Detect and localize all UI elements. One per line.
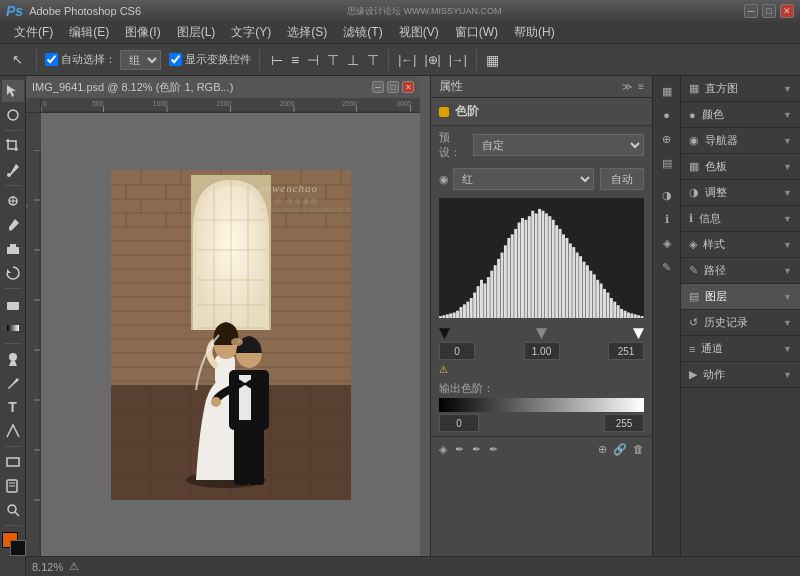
link-btn[interactable]: 🔗: [613, 443, 627, 456]
svg-rect-138: [528, 216, 531, 318]
rpi-layers[interactable]: ▤ 图层 ▼: [681, 284, 800, 310]
rpi-info[interactable]: ℹ 信息 ▼: [681, 206, 800, 232]
move-tool-btn[interactable]: ↖: [6, 50, 29, 69]
svg-rect-6: [7, 325, 19, 331]
gradient-tool[interactable]: [2, 317, 24, 339]
menu-image[interactable]: 图像(I): [117, 22, 168, 43]
menu-text[interactable]: 文字(Y): [223, 22, 279, 43]
menu-help[interactable]: 帮助(H): [506, 22, 563, 43]
menu-filter[interactable]: 滤镜(T): [335, 22, 390, 43]
background-color[interactable]: [10, 540, 26, 556]
distribute-right-btn[interactable]: |→|: [446, 52, 470, 68]
main-area: T IMG_9641.psd @ 8.12% (色阶 1, RGB...): [0, 76, 800, 576]
align-bottom-btn[interactable]: ⊤: [364, 51, 382, 69]
rectangle-tool[interactable]: [2, 451, 24, 473]
menu-layer[interactable]: 图层(L): [169, 22, 224, 43]
align-center-v-btn[interactable]: ⊥: [344, 51, 362, 69]
clone-stamp-tool[interactable]: [2, 238, 24, 260]
history-brush-tool[interactable]: [2, 262, 24, 284]
path-select-tool[interactable]: [2, 420, 24, 442]
status-icon: ⚠: [69, 560, 79, 573]
rpi-history[interactable]: ↺ 历史记录 ▼: [681, 310, 800, 336]
rpi-paths[interactable]: ✎ 路径 ▼: [681, 258, 800, 284]
distribute-center-btn[interactable]: |⊕|: [421, 52, 443, 68]
align-top-btn[interactable]: ⊤: [324, 51, 342, 69]
menu-select[interactable]: 选择(S): [279, 22, 335, 43]
styles-side-icon[interactable]: ◈: [656, 232, 678, 254]
auto-select-check[interactable]: [45, 53, 58, 66]
histogram-side-icon[interactable]: ▦: [656, 80, 678, 102]
dodge-tool[interactable]: [2, 348, 24, 370]
text-tool[interactable]: T: [2, 396, 24, 418]
input-black-value[interactable]: 0: [439, 342, 475, 360]
rpi-swatches[interactable]: ▦ 色板 ▼: [681, 154, 800, 180]
rpi-channels[interactable]: ≡ 通道 ▼: [681, 336, 800, 362]
menu-file[interactable]: 文件(F): [6, 22, 61, 43]
eyedropper-white[interactable]: ✒: [489, 443, 498, 456]
distribute-left-btn[interactable]: |←|: [395, 52, 419, 68]
paths-side-icon[interactable]: ✎: [656, 256, 678, 278]
navigator-side-icon[interactable]: ⊕: [656, 128, 678, 150]
rpi-adjustments[interactable]: ◑ 调整 ▼: [681, 180, 800, 206]
levels-actions-row: ◈ ✒ ✒ ✒ ⊕ 🔗 🗑: [431, 436, 652, 462]
zoom-tool[interactable]: [2, 499, 24, 521]
healing-brush-tool[interactable]: [2, 190, 24, 212]
rpi-styles[interactable]: ◈ 样式 ▼: [681, 232, 800, 258]
output-white-value[interactable]: 255: [604, 414, 644, 432]
align-left-btn[interactable]: ⊢: [268, 51, 286, 69]
color-expand-arrow: ▼: [783, 110, 792, 120]
notes-tool[interactable]: [2, 475, 24, 497]
preset-select[interactable]: 自定: [473, 134, 644, 156]
close-button[interactable]: ✕: [780, 4, 794, 18]
lasso-tool[interactable]: [2, 104, 24, 126]
menu-edit[interactable]: 编辑(E): [61, 22, 117, 43]
svg-text:500: 500: [92, 99, 103, 106]
eyedropper-black[interactable]: ✒: [455, 443, 464, 456]
add-mask-btn[interactable]: ⊕: [598, 443, 607, 456]
rpi-color[interactable]: ● 颜色 ▼: [681, 102, 800, 128]
eraser-tool[interactable]: [2, 293, 24, 315]
doc-minimize-btn[interactable]: ─: [372, 81, 384, 93]
auto-select-checkbox[interactable]: 自动选择：: [45, 52, 116, 67]
arrange-btn[interactable]: ▦: [483, 51, 502, 69]
clip-indicator[interactable]: ◈: [439, 443, 447, 456]
eyedropper-tool[interactable]: [2, 159, 24, 181]
rpi-actions[interactable]: ▶ 动作 ▼: [681, 362, 800, 388]
wedding-photo: anwenchao 安文招 高端修图 AN WENCHAO HIGH-END G…: [111, 170, 351, 500]
align-center-h-btn[interactable]: ≡: [288, 51, 302, 69]
show-transform-checkbox[interactable]: 显示变换控件: [169, 52, 251, 67]
input-white-value[interactable]: 251: [608, 342, 644, 360]
auto-select-type[interactable]: 组: [120, 50, 161, 70]
menu-bar: 文件(F) 编辑(E) 图像(I) 图层(L) 文字(Y) 选择(S) 滤镜(T…: [0, 22, 800, 44]
show-transform-check[interactable]: [169, 53, 182, 66]
minimize-button[interactable]: ─: [744, 4, 758, 18]
auto-button[interactable]: 自动: [600, 168, 644, 190]
delete-btn[interactable]: 🗑: [633, 443, 644, 456]
toolbar-separator-1: [36, 50, 37, 70]
panel-collapse-icon[interactable]: ≫: [622, 81, 632, 92]
rpi-histogram[interactable]: ▦ 直方图 ▼: [681, 76, 800, 102]
doc-close-btn[interactable]: ✕: [402, 81, 414, 93]
adjustments-side-icon[interactable]: ◑: [656, 184, 678, 206]
menu-window[interactable]: 窗口(W): [447, 22, 506, 43]
swatches-side-icon[interactable]: ▤: [656, 152, 678, 174]
info-side-icon[interactable]: ℹ: [656, 208, 678, 230]
channel-select[interactable]: 红 绿 蓝 RGB: [453, 168, 594, 190]
maximize-button[interactable]: □: [762, 4, 776, 18]
rpi-navigator[interactable]: ◉ 导航器 ▼: [681, 128, 800, 154]
menu-view[interactable]: 视图(V): [391, 22, 447, 43]
doc-maximize-btn[interactable]: □: [387, 81, 399, 93]
input-mid-value[interactable]: 1.00: [524, 342, 560, 360]
swatches-rpi-icon: ▦: [689, 160, 699, 173]
brush-tool[interactable]: [2, 214, 24, 236]
output-black-value[interactable]: 0: [439, 414, 479, 432]
pen-tool[interactable]: [2, 372, 24, 394]
align-right-btn[interactable]: ⊣: [304, 51, 322, 69]
color-picker[interactable]: [2, 532, 26, 556]
panel-menu-icon[interactable]: ≡: [638, 81, 644, 92]
crop-tool[interactable]: [2, 135, 24, 157]
input-slider-row: [439, 322, 644, 340]
eyedropper-gray[interactable]: ✒: [472, 443, 481, 456]
selection-tool[interactable]: [2, 80, 24, 102]
color-side-icon[interactable]: ●: [656, 104, 678, 126]
